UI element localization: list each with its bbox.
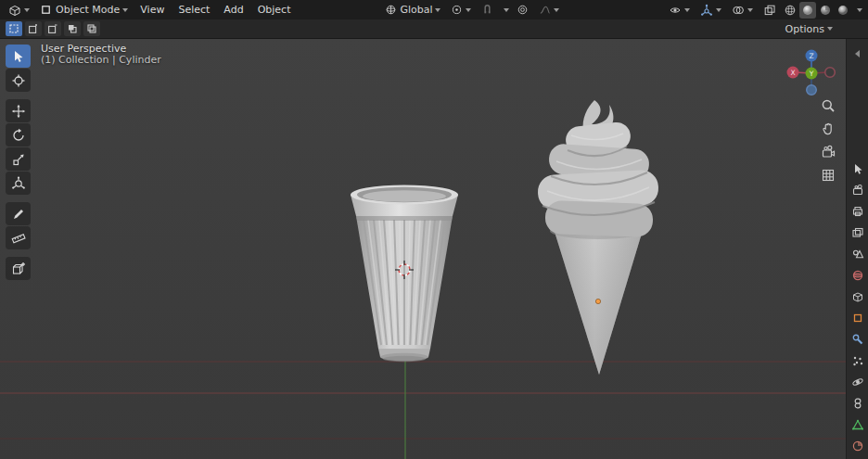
xray-icon <box>763 4 776 17</box>
mode-dropdown[interactable]: Object Mode <box>35 2 133 18</box>
shading-wireframe-button[interactable] <box>782 2 798 19</box>
tool-move[interactable] <box>6 99 31 122</box>
tab-output[interactable] <box>850 204 865 219</box>
select-mode-set[interactable] <box>6 21 22 36</box>
proportional-edit-toggle[interactable] <box>512 2 533 18</box>
gizmo-y-axis-ball[interactable]: Y <box>806 68 818 80</box>
gizmo-minus-z-ball[interactable] <box>807 85 817 96</box>
move-icon <box>11 104 26 119</box>
shading-rendered-icon <box>836 4 849 17</box>
shading-settings-dropdown[interactable] <box>852 6 864 14</box>
soft-serve-swirl <box>537 100 659 237</box>
tab-object-data[interactable] <box>850 417 865 432</box>
navigation-gizmo[interactable]: Z X Y <box>785 45 838 98</box>
ortho-grid-icon <box>821 168 836 183</box>
orientation-label: Global <box>400 4 432 16</box>
menu-view[interactable]: View <box>134 2 171 18</box>
options-dropdown[interactable]: Options <box>782 21 836 37</box>
soft-serve-ice-cream-cone-mesh[interactable] <box>537 100 659 375</box>
object-data-icon <box>851 418 864 431</box>
shading-rendered-button[interactable] <box>835 2 851 19</box>
tool-add-cube[interactable] <box>6 257 31 280</box>
gizmo-minus-x-ball[interactable] <box>825 68 836 78</box>
object-properties-icon <box>851 312 864 325</box>
tool-select-box[interactable] <box>6 45 31 68</box>
menu-select[interactable]: Select <box>172 2 216 18</box>
tab-world[interactable] <box>850 268 865 283</box>
editor-type-button[interactable] <box>4 2 34 19</box>
fluted-cup-mesh[interactable] <box>351 185 458 363</box>
shading-material-button[interactable] <box>817 2 834 19</box>
menu-object[interactable]: Object <box>251 2 298 18</box>
chevron-down-icon <box>857 8 862 12</box>
tool-scale[interactable] <box>6 147 31 171</box>
measure-ruler-icon <box>11 231 26 246</box>
collection-box-icon <box>851 290 864 303</box>
viewport-overlay-text: User Perspective (1) Collection | Cylind… <box>41 44 161 66</box>
tab-active-tool[interactable] <box>850 161 865 176</box>
overlays-icon <box>732 4 745 17</box>
overlays-dropdown[interactable] <box>727 2 758 19</box>
breadcrumb: (1) Collection | Cylinder <box>41 55 161 66</box>
render-camera-icon <box>851 184 864 197</box>
viewport-3d[interactable]: User Perspective (1) Collection | Cylind… <box>0 39 846 459</box>
tab-material[interactable] <box>850 439 865 453</box>
camera-view-button[interactable] <box>819 143 837 161</box>
tab-particles[interactable] <box>850 353 865 368</box>
tab-object[interactable] <box>850 311 865 325</box>
tab-render[interactable] <box>850 183 865 198</box>
tab-constraints[interactable] <box>850 396 865 411</box>
tool-measure[interactable] <box>6 226 31 249</box>
object-mode-icon <box>40 4 52 16</box>
cursor-tool-icon <box>11 73 26 88</box>
select-mode-subtract[interactable] <box>45 21 61 36</box>
region-collapse-arrow-icon[interactable] <box>855 50 860 57</box>
shading-solid-icon <box>801 4 814 17</box>
camera-view-icon <box>821 145 836 159</box>
orientation-dropdown[interactable]: Global <box>380 2 445 18</box>
properties-tabs <box>850 161 865 453</box>
select-invert-icon <box>67 23 78 34</box>
pivot-point-dropdown[interactable] <box>446 2 476 18</box>
gizmo-x-axis-ball[interactable]: X <box>787 67 799 79</box>
tab-modifiers[interactable] <box>850 332 865 347</box>
gizmo-z-axis-ball[interactable]: Z <box>806 50 818 62</box>
menu-add[interactable]: Add <box>217 2 249 18</box>
transform-controls-group: Global <box>380 2 564 18</box>
select-intersect-icon <box>86 23 97 34</box>
falloff-dropdown[interactable] <box>534 2 564 18</box>
zoom-button[interactable] <box>819 96 837 115</box>
tab-physics[interactable] <box>850 375 865 389</box>
tab-view-layer[interactable] <box>850 225 865 240</box>
scene-icon <box>851 248 864 261</box>
pivot-point-icon <box>451 4 463 16</box>
tool-annotate[interactable] <box>6 202 31 225</box>
output-printer-icon <box>851 205 864 218</box>
chevron-down-icon <box>827 27 833 31</box>
select-mode-extend[interactable] <box>25 21 42 36</box>
tool-transform[interactable] <box>6 172 31 195</box>
physics-icon <box>851 376 864 389</box>
select-set-icon <box>8 23 19 34</box>
topbar: Object Mode View Select Add Object Globa… <box>0 0 868 19</box>
xray-toggle[interactable] <box>759 2 781 19</box>
snap-settings-dropdown[interactable] <box>499 6 511 14</box>
viewport-display-group <box>664 2 864 19</box>
tab-collection[interactable] <box>850 289 865 304</box>
tab-scene[interactable] <box>850 247 865 261</box>
tool-cursor[interactable] <box>6 69 31 92</box>
chevron-down-icon <box>24 8 30 12</box>
tool-rotate[interactable] <box>6 123 31 147</box>
ortho-toggle-button[interactable] <box>819 166 837 185</box>
select-mode-intersect[interactable] <box>83 21 100 36</box>
snap-toggle[interactable] <box>477 2 498 18</box>
gizmos-dropdown[interactable] <box>696 2 726 19</box>
chevron-down-icon <box>747 8 753 12</box>
chevron-down-icon <box>122 8 128 12</box>
pan-button[interactable] <box>819 120 837 138</box>
shading-solid-button[interactable] <box>799 2 816 19</box>
chevron-down-icon <box>716 8 721 12</box>
menu-bar: View Select Add Object <box>134 2 297 18</box>
visibility-dropdown[interactable] <box>664 2 695 19</box>
select-mode-invert[interactable] <box>64 21 81 36</box>
